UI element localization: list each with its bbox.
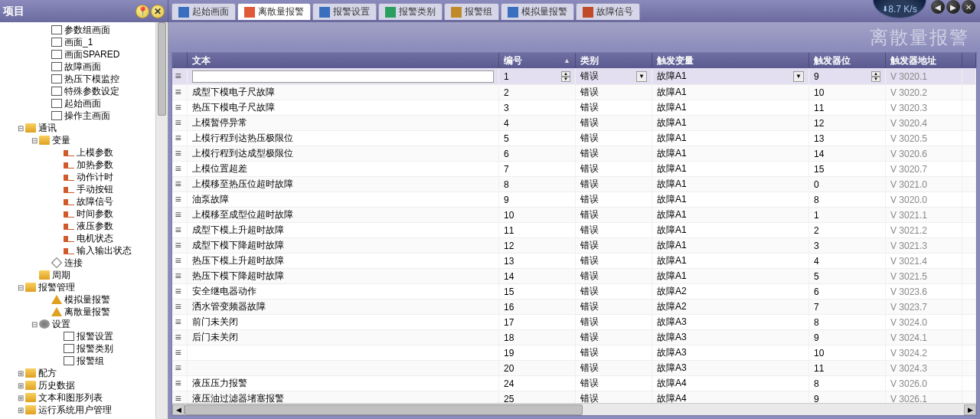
hscroll-left-button[interactable]: ◀ (172, 404, 185, 415)
tree-node-特殊参数设定[interactable]: 特殊参数设定 (0, 85, 155, 97)
row-handle[interactable] (172, 300, 188, 314)
tree-node-周期[interactable]: 周期 (0, 269, 155, 281)
tree-node-连接[interactable]: 连接 (0, 257, 155, 269)
tree-node-运行系统用户管理[interactable]: ⊞运行系统用户管理 (0, 404, 155, 416)
table-row[interactable]: 后门未关闭18错误故障A39V 3024.1 (172, 330, 976, 345)
expand-toggle[interactable]: ⊟ (17, 283, 24, 292)
tree-node-画面_1[interactable]: 画面_1 (0, 36, 155, 48)
col-header-trigger-addr[interactable]: 触发器地址 (886, 53, 962, 68)
tree-node-报警管理[interactable]: ⊟报警管理 (0, 281, 155, 293)
table-row[interactable]: 19错误故障A310V 3024.2 (172, 345, 976, 361)
tab-起始画面[interactable]: 起始画面 (172, 3, 236, 20)
tree-node-模拟量报警[interactable]: 模拟量报警 (0, 293, 155, 306)
table-row[interactable]: 洒水管变频器故障16错误故障A27V 3023.7 (172, 300, 976, 315)
tree-node-操作主画面[interactable]: 操作主画面 (0, 110, 155, 122)
row-handle[interactable] (172, 284, 188, 299)
tree-node-变量[interactable]: ⊟变量 (0, 134, 155, 146)
row-handle[interactable] (172, 177, 188, 191)
tab-离散量报警[interactable]: 离散量报警 (237, 3, 311, 20)
tree-node-输入输出状态[interactable]: 输入输出状态 (0, 244, 155, 257)
tree-node-参数组画面[interactable]: 参数组画面 (0, 24, 155, 36)
expand-toggle[interactable]: ⊞ (17, 381, 24, 390)
row-handle[interactable] (172, 330, 188, 345)
tree-node-液压参数[interactable]: 液压参数 (0, 220, 155, 232)
panel-pin-button[interactable]: 📍 (136, 5, 149, 18)
row-handle[interactable] (172, 208, 188, 222)
table-row[interactable]: 成型下模上升超时故障11错误故障A12V 3021.2 (172, 223, 976, 238)
row-handle[interactable] (172, 376, 188, 391)
panel-close-button[interactable]: ✕ (151, 5, 165, 18)
tab-故障信号[interactable]: 故障信号 (576, 3, 640, 20)
table-row[interactable]: 安全继电器动作15错误故障A26V 3023.6 (172, 284, 976, 300)
tree-node-画面SPARED[interactable]: 画面SPARED (0, 48, 155, 61)
tab-报警设置[interactable]: 报警设置 (312, 3, 377, 20)
table-row[interactable]: 上模位置超差7错误故障A115V 3020.7 (172, 162, 976, 177)
tree-node-故障信号[interactable]: 故障信号 (0, 195, 155, 208)
tree-node-起始画面[interactable]: 起始画面 (0, 97, 155, 110)
filter-text-input[interactable] (192, 70, 494, 83)
var-dropdown-button[interactable]: ▼ (793, 71, 804, 82)
row-handle[interactable] (172, 223, 188, 237)
expand-toggle[interactable]: ⊟ (17, 124, 24, 133)
expand-toggle[interactable]: ⊞ (17, 394, 24, 402)
table-row[interactable]: 成型下模下降超时故障12错误故障A13V 3021.3 (172, 238, 976, 254)
expand-toggle[interactable]: ⊟ (31, 136, 38, 145)
row-handle[interactable] (172, 68, 188, 84)
row-handle[interactable] (172, 391, 188, 403)
hscroll-thumb[interactable] (185, 404, 583, 415)
tree-node-报警组[interactable]: 报警组 (0, 355, 155, 367)
tree-node-文本和图形列表[interactable]: ⊞文本和图形列表 (0, 391, 155, 404)
tree-node-报警类别[interactable]: 报警类别 (0, 342, 155, 355)
tree-node-配方[interactable]: ⊞配方 (0, 367, 155, 379)
table-row[interactable]: 上模移至成型位超时故障10错误故障A11V 3021.1 (172, 208, 976, 223)
row-handle[interactable] (172, 162, 188, 176)
table-row[interactable]: 前门未关闭17错误故障A38V 3024.0 (172, 315, 976, 330)
expand-toggle[interactable]: ⊞ (17, 406, 24, 414)
col-header-trigger-bit[interactable]: 触发器位 (809, 53, 886, 68)
tab-模拟量报警[interactable]: 模拟量报警 (501, 3, 574, 20)
tree-node-手动按钮[interactable]: 手动按钮 (0, 183, 155, 195)
tree-node-设置[interactable]: ⊟设置 (0, 318, 155, 330)
table-row[interactable]: 20错误故障A311V 3024.3 (172, 361, 976, 376)
expand-toggle[interactable]: ⊞ (17, 369, 24, 378)
tree-node-历史数据[interactable]: ⊞历史数据 (0, 379, 155, 391)
nav-back-button[interactable]: ◀ (931, 0, 945, 14)
tree-scrollbar[interactable] (155, 22, 168, 419)
col-header-text[interactable]: 文本 (188, 53, 499, 68)
col-header-id[interactable]: 编号▲ (499, 53, 576, 68)
project-tree[interactable]: 参数组画面画面_1画面SPARED故障画面热压下模监控特殊参数设定起始画面操作主… (0, 22, 155, 419)
bit-spinner[interactable]: ▲▼ (871, 71, 880, 82)
tree-node-加热参数[interactable]: 加热参数 (0, 159, 155, 171)
table-row[interactable]: 上模行程到达成型极限位6错误故障A114V 3020.6 (172, 146, 976, 162)
expand-toggle[interactable]: ⊟ (31, 320, 38, 329)
row-handle[interactable] (172, 361, 188, 375)
tree-node-时间参数[interactable]: 时间参数 (0, 208, 155, 220)
tree-node-离散量报警[interactable]: 离散量报警 (0, 306, 155, 318)
hscroll-right-button[interactable]: ▶ (964, 404, 976, 415)
table-row[interactable]: 热压下模下降超时故障14错误故障A15V 3021.5 (172, 269, 976, 284)
tree-node-上模参数[interactable]: 上模参数 (0, 146, 155, 159)
nav-close-button[interactable]: ✕ (962, 0, 975, 14)
row-handle[interactable] (172, 192, 188, 207)
row-handle[interactable] (172, 269, 188, 283)
row-handle[interactable] (172, 238, 188, 253)
table-row[interactable]: 液压压力报警24错误故障A48V 3026.0 (172, 376, 976, 391)
row-handle[interactable] (172, 131, 188, 146)
row-handle[interactable] (172, 315, 188, 329)
table-row[interactable]: 成型下模电子尺故障2错误故障A110V 3020.2 (172, 85, 976, 100)
tab-报警组[interactable]: 报警组 (444, 3, 499, 20)
col-header-category[interactable]: 类别 (576, 53, 652, 68)
table-row[interactable]: 液压油过滤器堵塞报警25错误故障A49V 3026.1 (172, 391, 976, 403)
row-handle[interactable] (172, 85, 188, 100)
table-row[interactable]: 上模移至热压位超时故障8错误故障A10V 3021.0 (172, 177, 976, 192)
tree-node-电机状态[interactable]: 电机状态 (0, 232, 155, 244)
table-row[interactable]: 热压下模上升超时故障13错误故障A14V 3021.4 (172, 254, 976, 269)
row-handle[interactable] (172, 345, 188, 360)
tree-node-动作计时[interactable]: 动作计时 (0, 171, 155, 183)
row-handle[interactable] (172, 100, 188, 115)
tree-node-故障画面[interactable]: 故障画面 (0, 61, 155, 73)
table-row[interactable]: 上模暂停异常4错误故障A112V 3020.4 (172, 116, 976, 131)
table-row[interactable]: 热压下模电子尺故障3错误故障A111V 3020.3 (172, 100, 976, 116)
table-row[interactable]: 油泵故障9错误故障A18V 3020.0 (172, 192, 976, 208)
row-handle[interactable] (172, 254, 188, 268)
